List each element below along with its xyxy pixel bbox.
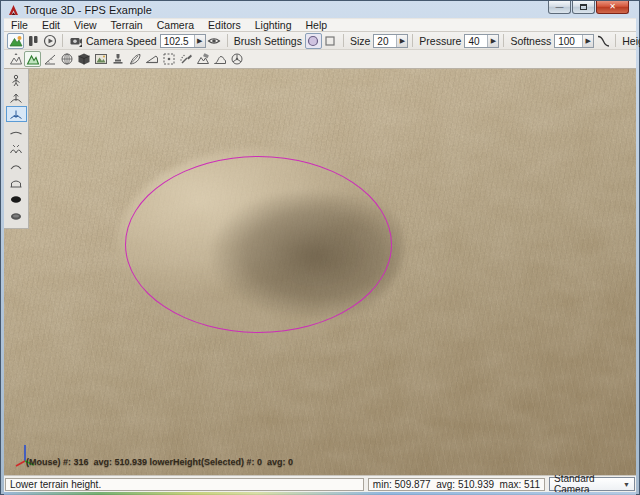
terrain-tool-palette [4,69,29,229]
size-spinner[interactable]: 20 ▶ [373,34,408,48]
visibility-button[interactable] [206,33,223,49]
select-marquee-icon [162,52,176,66]
close-button[interactable]: ✕ [596,1,629,14]
tool-block[interactable] [75,51,92,67]
airbrush-icon [179,52,193,66]
softness-arrow-icon[interactable]: ▶ [582,35,593,47]
wheel-icon [230,52,244,66]
paint-feather-icon [128,52,142,66]
dropdown-corner-icon [79,44,82,47]
softness-value[interactable]: 100 [555,35,582,47]
smooth-curve-icon [213,52,227,66]
camera-mode-dropdown[interactable]: Standard Camera ▼ [549,477,635,491]
main-toolbar: Camera Speed 102.5 ▶ Brush Settings Size… [4,31,636,49]
restore-terrain-icon [9,210,23,223]
minimize-button[interactable]: — [548,1,571,14]
camera-speed-spinner[interactable]: 102.5 ▶ [160,34,206,48]
brush-circle-button[interactable] [305,33,322,49]
toolbar-separator [615,34,616,47]
smooth-slope-icon [9,142,23,155]
terrain-texture-icon [94,52,108,66]
camera-speed-arrow-icon[interactable]: ▶ [194,35,205,47]
palette-flatten[interactable] [6,157,27,173]
sphere-brush-icon [60,52,74,66]
menu-item-camera[interactable]: Camera [150,19,201,31]
menu-bar: File Edit View Terrain Camera Editors Li… [4,18,636,31]
maximize-button[interactable] [572,1,595,14]
size-arrow-icon[interactable]: ▶ [396,35,407,47]
palette-set-height[interactable] [6,174,27,190]
palette-clear-terrain[interactable] [6,191,27,207]
brush-settings-label: Brush Settings [234,35,302,47]
brush-outline [125,156,392,333]
camera-speed-value[interactable]: 102.5 [161,35,194,47]
viewport[interactable]: (Mouse) #: 316 avg: 510.939 lowerHeight … [4,69,636,475]
tool-stamp[interactable] [109,51,126,67]
smooth-icon [9,125,23,138]
stamp-icon [111,52,125,66]
palette-adjust-height[interactable] [6,72,27,88]
palette-restore-terrain[interactable] [6,208,27,224]
toolbar-separator [62,34,63,47]
palette-raise-height[interactable] [6,89,27,105]
tool-select-marquee[interactable] [160,51,177,67]
brush-square-button[interactable] [322,33,339,49]
window-title: Torque 3D - FPS Example [24,3,152,16]
pressure-arrow-icon[interactable]: ▶ [487,35,498,47]
tool-airbrush[interactable] [177,51,194,67]
mouse-status-text: (Mouse) #: 316 avg: 510.939 lowerHeight [26,457,201,467]
menu-item-file[interactable]: File [4,19,35,31]
height-label: Height [622,35,640,47]
title-bar: Torque 3D - FPS Example — ✕ [4,1,636,18]
adjust-height-icon [9,74,23,87]
pressure-spinner[interactable]: 40 ▶ [464,34,499,48]
menu-item-help[interactable]: Help [299,19,335,31]
menu-item-editors[interactable]: Editors [201,19,248,31]
play-button[interactable] [41,33,58,49]
brush-circle-icon [306,34,320,48]
palette-lower-height[interactable] [6,106,27,122]
panels-button[interactable] [24,33,41,49]
raise-height-icon [9,91,23,104]
palette-smooth[interactable] [6,123,27,139]
tool-terrain-texture[interactable] [92,51,109,67]
grab-terrain-icon [9,52,23,66]
tool-flatten-wedge[interactable] [143,51,160,67]
menu-item-edit[interactable]: Edit [35,19,67,31]
menu-item-lighting[interactable]: Lighting [248,19,299,31]
block-icon [77,52,91,66]
panels-icon [26,34,40,48]
slope-icon [43,52,57,66]
terrain-stats: min: 509.877 avg: 510.939 max: 511 [368,478,545,491]
app-window: Torque 3D - FPS Example — ✕ File Edit Vi… [0,0,640,495]
window-controls: — ✕ [547,1,629,14]
torque-logo-icon [7,4,20,17]
world-editor-icon [9,34,23,48]
status-bar: Lower terrain height. min: 509.877 avg: … [4,475,636,492]
menu-item-terrain[interactable]: Terrain [104,19,150,31]
maximize-icon [580,4,587,10]
falloff-curve-icon [596,34,610,48]
toolbar-separator [503,34,504,47]
palette-smooth-slope[interactable] [6,140,27,156]
tool-paint-feather[interactable] [126,51,143,67]
world-editor-button[interactable] [7,33,24,49]
tool-smooth-curve[interactable] [211,51,228,67]
size-value[interactable]: 20 [374,35,396,47]
camera-speed-label: Camera Speed [86,35,157,47]
menu-item-view[interactable]: View [67,19,104,31]
toolbar-separator [343,34,344,47]
camera-dropdown-button[interactable] [67,33,84,49]
tool-erase-terrain[interactable] [194,51,211,67]
falloff-curve-button[interactable] [594,33,611,49]
toolbar-separator [412,34,413,47]
tool-grab-terrain[interactable] [7,51,24,67]
tool-wheel[interactable] [228,51,245,67]
tool-sphere-brush[interactable] [58,51,75,67]
tool-slope[interactable] [41,51,58,67]
tool-sculpt-mountain[interactable] [24,51,41,67]
clear-terrain-icon [9,193,23,206]
softness-spinner[interactable]: 100 ▶ [554,34,594,48]
dropdown-caret-icon: ▼ [623,481,630,488]
pressure-value[interactable]: 40 [465,35,487,47]
